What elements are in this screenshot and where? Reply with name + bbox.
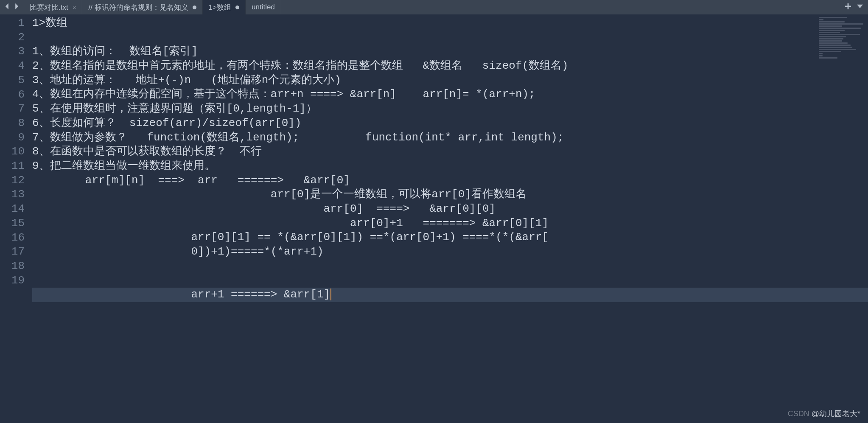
tab-nav [0, 0, 24, 14]
nav-back-icon[interactable] [4, 3, 10, 11]
editor[interactable]: 12345678910111213141516171819 1>数组1、数组的访… [0, 14, 868, 423]
line-number: 19 [0, 274, 32, 288]
tab-2[interactable]: 1>数组 [203, 0, 246, 14]
dirty-dot-icon [193, 6, 196, 9]
code-line [32, 273, 868, 288]
close-icon[interactable]: × [73, 4, 76, 11]
tab-actions [840, 0, 868, 14]
line-number: 6 [0, 88, 32, 102]
line-number: 17 [0, 245, 32, 259]
code-line: 4、数组在内存中连续分配空间，基于这个特点：arr+n ====> &arr[n… [32, 87, 868, 102]
code-line: arr[0]是一个一维数组，可以将arr[0]看作数组名 [32, 188, 868, 202]
tab-label: // 标识符的命名规则：见名知义 [88, 3, 188, 12]
line-number: 11 [0, 159, 32, 174]
line-number: 3 [0, 45, 32, 59]
tab-label: untitled [252, 3, 275, 11]
code-line: 5、在使用数组时，注意越界问题（索引[0,length-1]） [32, 102, 868, 116]
code-line: arr[0][1] == *(&arr[0][1]) ==*(arr[0]+1)… [32, 230, 868, 245]
tab-menu-icon[interactable] [857, 3, 863, 11]
tab-bar: 比赛对比.txt×// 标识符的命名规则：见名知义1>数组untitled [0, 0, 868, 14]
line-number: 10 [0, 145, 32, 159]
tab-label: 1>数组 [209, 3, 231, 12]
code-line: 1、数组的访问： 数组名[索引] [32, 45, 868, 59]
code-line: 1>数组 [32, 16, 868, 31]
tab-label: 比赛对比.txt [30, 3, 68, 12]
line-number: 5 [0, 73, 32, 88]
tab-1[interactable]: // 标识符的命名规则：见名知义 [82, 0, 202, 14]
code-line: arr[0]+1 =======> &arr[0][1] [32, 216, 868, 231]
line-number: 4 [0, 59, 32, 73]
code-line: arr[0] ====> &arr[0][0] [32, 202, 868, 216]
line-number: 7 [0, 102, 32, 116]
line-number: 12 [0, 174, 32, 188]
line-number: 18 [0, 259, 32, 274]
line-gutter: 12345678910111213141516171819 [0, 14, 32, 423]
line-number: 8 [0, 116, 32, 131]
code-line: 8、在函数中是否可以获取数组的长度？ 不行 [32, 145, 868, 159]
watermark-author: @幼儿园老大* [812, 409, 860, 418]
code-line: arr[m][n] ===> arr ======> &arr[0] [32, 174, 868, 188]
code-line [32, 259, 868, 274]
line-number: 16 [0, 231, 32, 245]
code-line: 6、长度如何算？ sizeof(arr)/sizeof(arr[0]) [32, 116, 868, 131]
line-number: 2 [0, 31, 32, 45]
line-number: 14 [0, 202, 32, 216]
line-number: 15 [0, 216, 32, 231]
nav-forward-icon[interactable] [14, 3, 20, 11]
code-area[interactable]: 1>数组1、数组的访问： 数组名[索引]2、数组名指的是数组中首元素的地址，有两… [32, 14, 868, 423]
new-tab-icon[interactable] [845, 3, 851, 11]
code-line: 0])+1)=====*(*arr+1) [32, 245, 868, 259]
code-line: arr+1 ======> &arr[1] [32, 288, 868, 302]
code-line: 2、数组名指的是数组中首元素的地址，有两个特殊：数组名指的是整个数组 &数组名 … [32, 59, 868, 73]
tab-3[interactable]: untitled [246, 0, 281, 14]
dirty-dot-icon [235, 6, 239, 9]
code-line [32, 31, 868, 45]
line-number: 9 [0, 131, 32, 145]
code-line: 3、地址的运算： 地址+(-)n (地址偏移n个元素的大小) [32, 73, 868, 88]
watermark-prefix: CSDN [788, 409, 812, 418]
watermark: CSDN @幼儿园老大* [788, 409, 860, 419]
code-line: 9、把二维数组当做一维数组来使用。 [32, 159, 868, 174]
text-cursor [330, 289, 331, 300]
line-number: 13 [0, 188, 32, 202]
code-line: 7、数组做为参数？ function(数组名,length); function… [32, 131, 868, 145]
tab-0[interactable]: 比赛对比.txt× [24, 0, 82, 14]
line-number: 1 [0, 16, 32, 31]
